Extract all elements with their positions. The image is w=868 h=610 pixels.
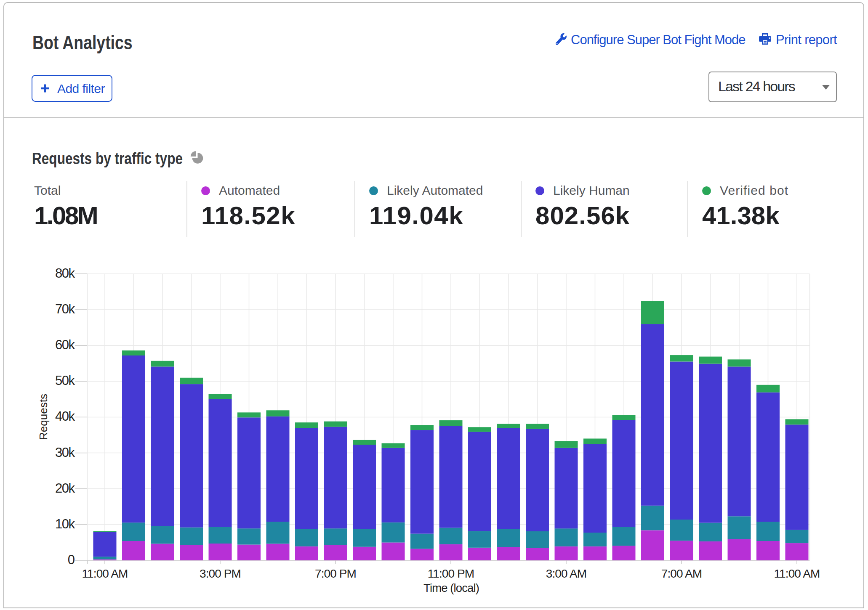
svg-text:50k: 50k [55,373,75,388]
svg-text:40k: 40k [55,409,75,424]
svg-text:3:00 AM: 3:00 AM [546,567,586,580]
svg-text:Time (local): Time (local) [423,581,479,594]
svg-text:11:00 AM: 11:00 AM [774,567,820,580]
svg-text:10k: 10k [55,517,75,531]
svg-text:3:00 PM: 3:00 PM [200,567,241,580]
svg-text:30k: 30k [55,445,75,460]
svg-text:80k: 80k [55,266,75,281]
svg-text:7:00 AM: 7:00 AM [661,567,702,580]
svg-text:20k: 20k [55,481,75,496]
svg-text:70k: 70k [55,302,75,316]
svg-text:11:00 PM: 11:00 PM [428,567,474,580]
svg-text:60k: 60k [55,337,75,352]
svg-text:0: 0 [68,552,75,567]
svg-text:7:00 PM: 7:00 PM [315,567,356,580]
svg-text:Requests: Requests [37,394,50,440]
svg-text:11:00 AM: 11:00 AM [82,567,128,580]
